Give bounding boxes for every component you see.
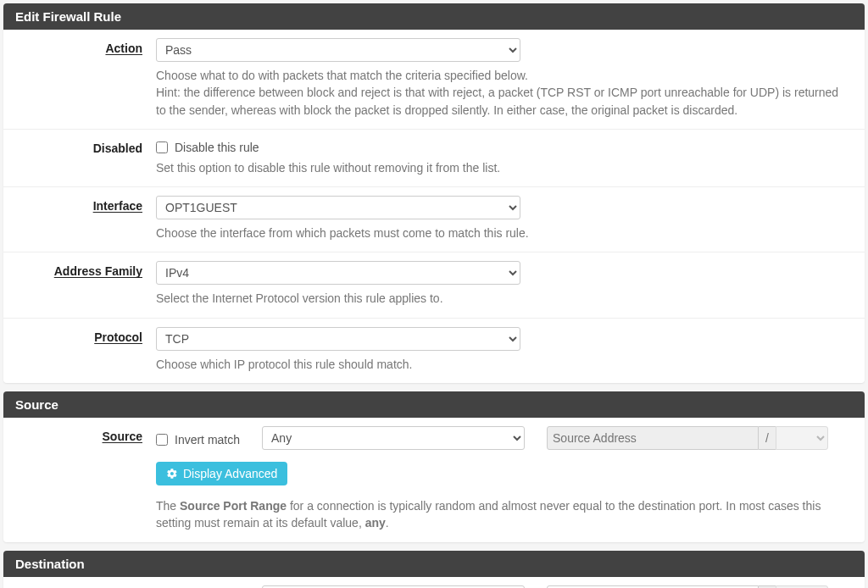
row-interface: Interface OPT1GUEST Choose the interface…	[3, 187, 865, 252]
help-disabled: Set this option to disable this rule wit…	[156, 159, 851, 176]
panel-destination: Destination Destination Invert match Add…	[3, 551, 865, 588]
panel-source-title: Source	[3, 391, 865, 418]
panel-edit-firewall-rule: Edit Firewall Rule Action Pass Choose wh…	[3, 3, 865, 383]
button-display-advanced[interactable]: Display Advanced	[156, 462, 287, 485]
checkbox-source-invert[interactable]: Invert match	[156, 430, 240, 447]
help-source: The Source Port Range for a connection i…	[156, 497, 851, 532]
panel-edit-title: Edit Firewall Rule	[3, 3, 865, 30]
select-action[interactable]: Pass	[156, 38, 520, 62]
row-action: Action Pass Choose what to do with packe…	[3, 30, 865, 130]
label-source: Source	[14, 426, 156, 532]
select-protocol[interactable]: TCP	[156, 327, 520, 351]
panel-source: Source Source Invert match Any /	[3, 391, 865, 542]
source-address-group: /	[547, 426, 828, 450]
row-destination: Destination Invert match Address or Alia…	[3, 577, 865, 588]
help-interface: Choose the interface from which packets …	[156, 225, 851, 241]
label-disabled: Disabled	[14, 138, 156, 176]
label-action: Action	[14, 38, 156, 119]
help-address-family: Select the Internet Protocol version thi…	[156, 290, 851, 307]
row-source: Source Invert match Any / Display Advan	[3, 418, 865, 542]
row-address-family: Address Family IPv4 Select the Internet …	[3, 252, 865, 318]
select-address-family[interactable]: IPv4	[156, 261, 520, 285]
gear-icon	[166, 468, 178, 480]
label-interface: Interface	[14, 196, 156, 241]
help-action: Choose what to do with packets that matc…	[156, 67, 851, 119]
select-source-mask	[776, 426, 828, 450]
checkbox-disable-rule[interactable]: Disable this rule	[156, 138, 854, 154]
source-slash: /	[759, 426, 776, 450]
help-protocol: Choose which IP protocol this rule shoul…	[156, 356, 851, 373]
panel-destination-title: Destination	[3, 551, 865, 577]
checkbox-disable-input[interactable]	[156, 141, 168, 153]
select-source-type[interactable]: Any	[262, 426, 525, 450]
input-source-address	[547, 426, 759, 450]
row-disabled: Disabled Disable this rule Set this opti…	[3, 130, 865, 187]
row-protocol: Protocol TCP Choose which IP protocol th…	[3, 319, 865, 383]
label-protocol: Protocol	[14, 327, 156, 373]
checkbox-source-invert-input[interactable]	[156, 434, 168, 446]
select-interface[interactable]: OPT1GUEST	[156, 196, 520, 219]
label-address-family: Address Family	[14, 261, 156, 307]
